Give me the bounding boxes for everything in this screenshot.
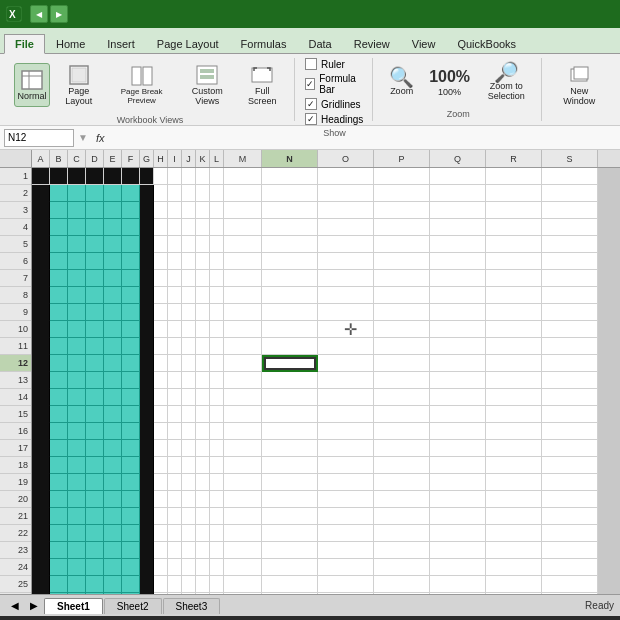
row-num-22[interactable]: 22 — [0, 525, 31, 542]
tab-page-layout[interactable]: Page Layout — [146, 34, 230, 53]
grid-cell[interactable] — [182, 236, 196, 253]
grid-cell[interactable] — [374, 559, 430, 576]
grid-cell[interactable] — [86, 338, 104, 355]
grid-cell[interactable] — [122, 491, 140, 508]
grid-cell[interactable] — [430, 508, 486, 525]
grid-cell[interactable] — [182, 355, 196, 372]
grid-cell[interactable] — [122, 542, 140, 559]
grid-cell[interactable] — [374, 474, 430, 491]
grid-cell[interactable] — [154, 440, 168, 457]
grid-cell[interactable] — [140, 236, 154, 253]
grid-cell[interactable] — [542, 185, 598, 202]
grid-cell[interactable] — [262, 287, 318, 304]
grid-cell[interactable] — [122, 457, 140, 474]
grid-cell[interactable] — [318, 372, 374, 389]
grid-cell[interactable] — [154, 270, 168, 287]
sheet3-tab[interactable]: Sheet3 — [163, 598, 221, 614]
custom-views-btn[interactable]: Custom Views — [179, 58, 236, 112]
grid-cell[interactable] — [32, 219, 50, 236]
grid-cell[interactable] — [104, 576, 122, 593]
grid-cell[interactable] — [122, 423, 140, 440]
tab-view[interactable]: View — [401, 34, 447, 53]
grid-cell[interactable] — [86, 287, 104, 304]
grid-cell[interactable] — [182, 440, 196, 457]
grid-cell[interactable] — [32, 372, 50, 389]
grid-cell[interactable] — [154, 474, 168, 491]
grid-cell[interactable] — [154, 372, 168, 389]
grid-cell[interactable] — [196, 525, 210, 542]
grid-cell[interactable] — [430, 219, 486, 236]
grid-cell[interactable] — [210, 389, 224, 406]
grid-cell[interactable] — [374, 491, 430, 508]
ruler-check[interactable]: Ruler — [305, 58, 364, 70]
grid-cell[interactable] — [542, 508, 598, 525]
grid-cell[interactable] — [262, 491, 318, 508]
grid-cell[interactable] — [542, 372, 598, 389]
grid-cell[interactable] — [196, 219, 210, 236]
grid-cell[interactable] — [32, 236, 50, 253]
grid-cell[interactable] — [182, 338, 196, 355]
grid-cell[interactable] — [182, 406, 196, 423]
grid-cell[interactable] — [140, 491, 154, 508]
grid-cell[interactable] — [182, 321, 196, 338]
grid-cell[interactable] — [486, 491, 542, 508]
grid-cell[interactable] — [542, 304, 598, 321]
grid-cell[interactable] — [140, 321, 154, 338]
grid-cell[interactable] — [168, 338, 182, 355]
grid-cell[interactable] — [32, 559, 50, 576]
col-R[interactable]: R — [486, 150, 542, 167]
grid-cell[interactable] — [168, 542, 182, 559]
grid-cell[interactable] — [318, 440, 374, 457]
grid-cell[interactable] — [122, 372, 140, 389]
grid-cell[interactable] — [168, 474, 182, 491]
grid-cell[interactable] — [182, 185, 196, 202]
formula-bar-check[interactable]: Formula Bar — [305, 73, 364, 95]
grid-cell[interactable] — [86, 457, 104, 474]
grid-cell[interactable] — [486, 389, 542, 406]
grid-cell[interactable] — [318, 593, 374, 594]
grid-cell[interactable] — [542, 491, 598, 508]
grid-cell[interactable] — [430, 253, 486, 270]
page-break-btn[interactable]: Page Break Preview — [107, 59, 175, 111]
grid-cell[interactable] — [50, 355, 68, 372]
grid-cell[interactable] — [154, 542, 168, 559]
grid-cell[interactable] — [68, 168, 86, 185]
grid-cell[interactable] — [430, 168, 486, 185]
grid-cell[interactable] — [154, 406, 168, 423]
zoom-to-selection-btn[interactable]: 🔎 Zoom to Selection — [479, 58, 533, 106]
grid-cell[interactable] — [196, 457, 210, 474]
grid-cell[interactable] — [486, 168, 542, 185]
col-K[interactable]: K — [196, 150, 210, 167]
grid-cell[interactable] — [140, 389, 154, 406]
grid-cell[interactable] — [140, 355, 154, 372]
grid-cell[interactable] — [430, 491, 486, 508]
grid-cell[interactable] — [196, 440, 210, 457]
grid-cell[interactable] — [374, 457, 430, 474]
grid-cell[interactable] — [374, 338, 430, 355]
grid-cell[interactable] — [210, 321, 224, 338]
grid-cell[interactable] — [104, 389, 122, 406]
grid-cell[interactable] — [224, 253, 262, 270]
nav-back-btn[interactable]: ◀ — [30, 5, 48, 23]
grid-cell[interactable] — [154, 559, 168, 576]
grid-cell[interactable] — [104, 338, 122, 355]
grid-cell[interactable] — [86, 440, 104, 457]
grid-cell[interactable] — [104, 287, 122, 304]
col-E[interactable]: E — [104, 150, 122, 167]
grid-cell[interactable] — [196, 389, 210, 406]
grid-cell[interactable] — [318, 457, 374, 474]
grid-cell[interactable] — [32, 202, 50, 219]
grid-cell[interactable] — [154, 321, 168, 338]
grid-cell[interactable] — [140, 440, 154, 457]
grid-cell[interactable] — [486, 593, 542, 594]
grid-cell[interactable] — [210, 270, 224, 287]
grid-cell[interactable] — [32, 270, 50, 287]
grid-cell[interactable] — [182, 202, 196, 219]
grid-cell[interactable] — [542, 559, 598, 576]
grid-cell[interactable] — [140, 423, 154, 440]
grid-cell[interactable] — [154, 525, 168, 542]
grid-cell[interactable] — [104, 508, 122, 525]
gridlines-checkbox[interactable] — [305, 98, 317, 110]
grid-cell[interactable] — [50, 389, 68, 406]
grid-cell[interactable] — [104, 270, 122, 287]
